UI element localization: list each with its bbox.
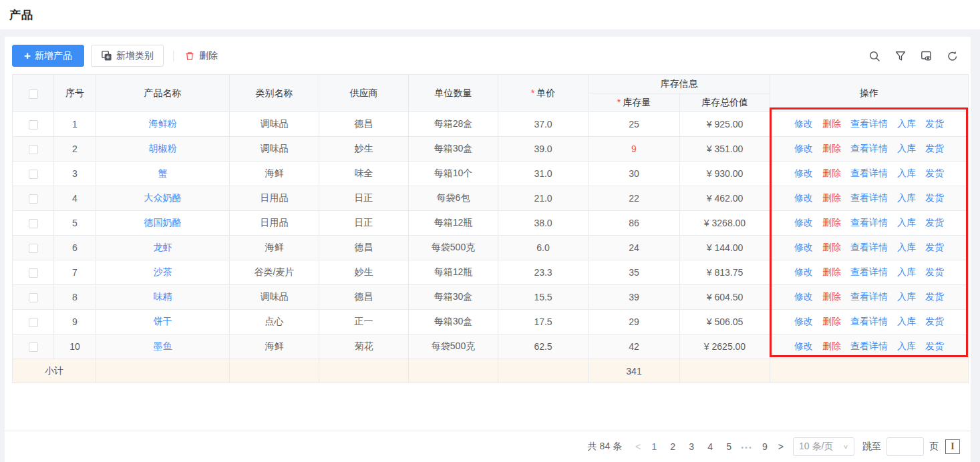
select-all-checkbox[interactable] [29,89,38,99]
next-page-button[interactable]: > [778,441,784,452]
row-index: 1 [54,112,96,137]
product-name-link[interactable]: 墨鱼 [154,340,172,351]
product-name-link[interactable]: 胡椒粉 [149,143,177,154]
product-name-link[interactable]: 蟹 [158,168,168,178]
inbound-link[interactable]: 入库 [897,340,916,351]
stock-value-cell: ¥ 351.00 [680,137,770,162]
category-cell: 点心 [230,310,319,334]
delete-link[interactable]: 删除 [822,266,841,277]
delete-button[interactable]: 删除 [182,45,220,67]
delete-link[interactable]: 删除 [822,143,841,154]
edit-link[interactable]: 修改 [794,118,813,129]
inbound-link[interactable]: 入库 [897,316,916,326]
product-name-link[interactable]: 龙虾 [154,242,172,252]
page-number-4[interactable]: 4 [703,441,717,452]
unit-price-cell: 17.5 [498,310,589,334]
required-mark: * [617,97,621,107]
inbound-link[interactable]: 入库 [897,291,916,302]
page-number-9[interactable]: 9 [758,441,772,452]
ship-link[interactable]: 发货 [925,340,944,351]
delete-link[interactable]: 删除 [822,340,841,351]
filter-icon[interactable] [894,50,907,62]
inbound-link[interactable]: 入库 [897,143,916,154]
view-detail-link[interactable]: 查看详情 [850,143,888,154]
row-checkbox[interactable] [29,268,38,278]
ship-link[interactable]: 发货 [925,192,944,203]
inbound-link[interactable]: 入库 [897,118,916,129]
page-widget-icon[interactable]: I [945,439,960,454]
inbound-link[interactable]: 入库 [897,242,916,252]
edit-link[interactable]: 修改 [794,168,813,178]
page-size-select[interactable]: 10 条/页 ∨ [793,437,854,456]
delete-link[interactable]: 删除 [822,242,841,252]
ship-link[interactable]: 发货 [925,291,944,302]
add-product-label: 新增产品 [35,50,72,62]
ship-link[interactable]: 发货 [925,242,944,252]
refresh-icon[interactable] [947,50,959,62]
view-detail-link[interactable]: 查看详情 [850,168,888,178]
product-name-link[interactable]: 德国奶酪 [144,217,182,228]
row-checkbox[interactable] [29,120,38,130]
inbound-link[interactable]: 入库 [897,217,916,228]
delete-link[interactable]: 删除 [822,192,841,203]
edit-link[interactable]: 修改 [794,291,813,302]
actions-cell: 修改删除查看详情入库发货 [770,137,969,162]
product-name-link[interactable]: 海鲜粉 [149,118,177,129]
add-product-button[interactable]: + 新增产品 [12,45,84,67]
delete-link[interactable]: 删除 [822,316,841,326]
edit-link[interactable]: 修改 [794,316,813,326]
inbound-link[interactable]: 入库 [897,192,916,203]
view-detail-link[interactable]: 查看详情 [850,217,888,228]
ship-link[interactable]: 发货 [925,217,944,228]
product-name-link[interactable]: 饼干 [154,316,172,326]
edit-link[interactable]: 修改 [794,242,813,252]
row-checkbox[interactable] [29,194,38,204]
page-number-3[interactable]: 3 [684,441,699,452]
search-icon[interactable] [868,50,880,62]
ship-link[interactable]: 发货 [925,266,944,277]
row-checkbox[interactable] [29,318,38,327]
edit-link[interactable]: 修改 [794,192,813,203]
ship-link[interactable]: 发货 [925,143,944,154]
product-name-link[interactable]: 味精 [154,291,172,302]
row-checkbox[interactable] [29,342,38,352]
column-visibility-icon[interactable] [921,50,933,62]
delete-link[interactable]: 删除 [822,217,841,228]
view-detail-link[interactable]: 查看详情 [850,118,888,129]
row-checkbox[interactable] [29,170,38,179]
inbound-link[interactable]: 入库 [897,266,916,277]
jump-page-input[interactable] [886,437,924,456]
row-checkbox[interactable] [29,145,38,154]
stock-value-cell: ¥ 506.05 [680,310,770,334]
prev-page-button[interactable]: < [635,441,641,452]
row-checkbox[interactable] [29,219,38,228]
inbound-link[interactable]: 入库 [897,168,916,178]
view-detail-link[interactable]: 查看详情 [850,242,888,252]
checkbox-cell [13,285,54,310]
add-category-button[interactable]: 新增类别 [91,45,164,67]
product-name-link[interactable]: 沙茶 [154,266,172,277]
delete-link[interactable]: 删除 [822,291,841,302]
delete-link[interactable]: 删除 [822,118,841,129]
view-detail-link[interactable]: 查看详情 [850,316,888,326]
row-checkbox[interactable] [29,244,38,253]
page-number-2[interactable]: 2 [665,441,680,452]
unit-quantity-cell: 每袋500克 [409,334,498,359]
view-detail-link[interactable]: 查看详情 [850,340,888,351]
ship-link[interactable]: 发货 [925,316,944,326]
unit-price-cell: 62.5 [498,334,589,359]
view-detail-link[interactable]: 查看详情 [850,266,888,277]
edit-link[interactable]: 修改 [794,340,813,351]
page-number-5[interactable]: 5 [721,441,736,452]
edit-link[interactable]: 修改 [794,143,813,154]
delete-link[interactable]: 删除 [822,168,841,178]
ship-link[interactable]: 发货 [925,118,944,129]
page-number-1[interactable]: 1 [647,441,661,452]
ship-link[interactable]: 发货 [925,168,944,178]
product-name-link[interactable]: 大众奶酪 [144,192,182,203]
edit-link[interactable]: 修改 [794,217,813,228]
view-detail-link[interactable]: 查看详情 [850,192,888,203]
edit-link[interactable]: 修改 [794,266,813,277]
row-checkbox[interactable] [29,293,38,302]
view-detail-link[interactable]: 查看详情 [850,291,888,302]
